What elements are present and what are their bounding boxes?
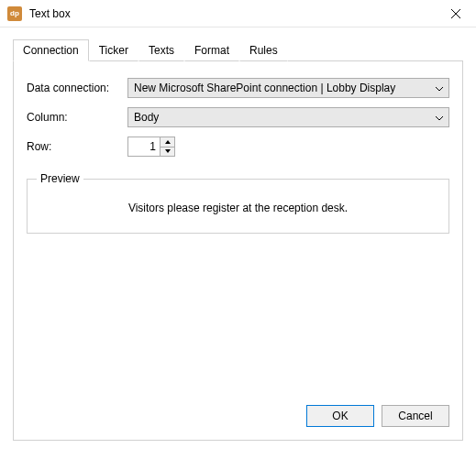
close-icon — [451, 9, 460, 18]
close-button[interactable] — [435, 0, 476, 27]
tab-panel: Data connection: New Microsoft SharePoin… — [13, 60, 463, 441]
select-data-connection-value: New Microsoft SharePoint connection | Lo… — [134, 82, 432, 94]
spin-down-button[interactable] — [161, 147, 175, 158]
row-data-connection: Data connection: New Microsoft SharePoin… — [27, 78, 449, 98]
row-input[interactable] — [127, 137, 161, 157]
tab-connection[interactable]: Connection — [13, 39, 89, 61]
label-column: Column: — [27, 111, 127, 124]
row-spinner — [127, 137, 175, 157]
triangle-down-icon — [165, 149, 171, 153]
window-title: Text box — [29, 7, 435, 20]
titlebar: dp Text box — [0, 0, 476, 27]
select-data-connection[interactable]: New Microsoft SharePoint connection | Lo… — [127, 78, 449, 98]
spin-up-button[interactable] — [161, 137, 175, 147]
ok-button[interactable]: OK — [306, 405, 374, 427]
tab-rules[interactable]: Rules — [239, 39, 288, 61]
label-data-connection: Data connection: — [27, 82, 127, 94]
tab-texts[interactable]: Texts — [138, 39, 184, 61]
app-icon: dp — [7, 6, 22, 21]
preview-text: Visitors please register at the receptio… — [37, 202, 439, 214]
label-row: Row: — [27, 140, 127, 153]
tab-row: Connection Ticker Texts Format Rules — [13, 39, 463, 61]
select-column[interactable]: Body — [127, 107, 449, 127]
tab-ticker[interactable]: Ticker — [89, 39, 138, 61]
select-column-value: Body — [134, 111, 432, 124]
dialog-buttons: OK Cancel — [306, 405, 449, 427]
preview-groupbox: Preview Visitors please register at the … — [27, 179, 449, 234]
dialog-content: Connection Ticker Texts Format Rules Dat… — [0, 27, 476, 452]
cancel-button[interactable]: Cancel — [382, 405, 449, 427]
tab-format[interactable]: Format — [184, 39, 239, 61]
triangle-up-icon — [165, 140, 171, 144]
chevron-down-icon — [436, 82, 443, 94]
chevron-down-icon — [436, 111, 443, 124]
preview-legend: Preview — [37, 172, 83, 185]
row-row: Row: — [27, 137, 449, 157]
spinner-buttons — [161, 137, 175, 157]
row-column: Column: Body — [27, 107, 449, 127]
